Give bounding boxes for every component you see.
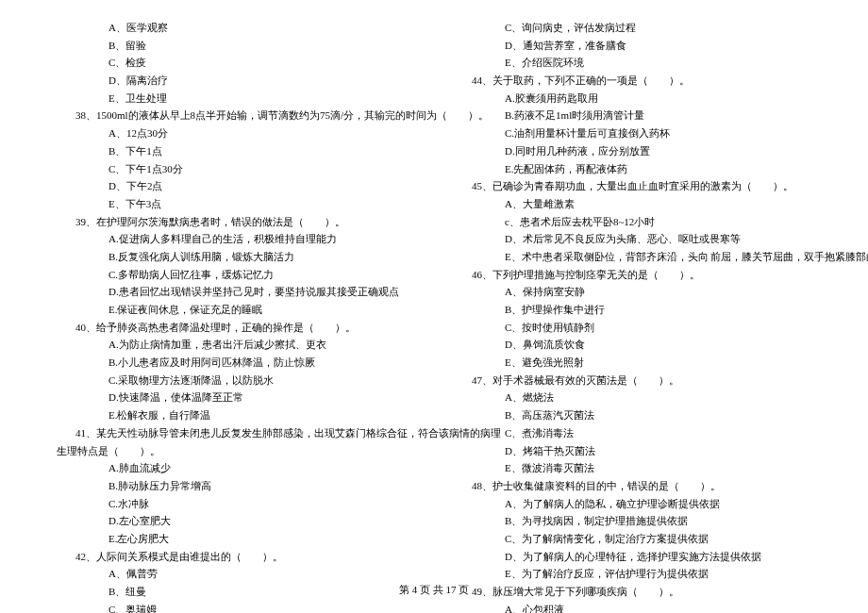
question-text: 39、在护理阿尔茨海默病患者时，错误的做法是（ ）。 [57, 213, 415, 231]
answer-option: D、烤箱干热灭菌法 [453, 442, 811, 460]
answer-option: C、下午1点30分 [57, 160, 415, 178]
right-column: C、询问病史，评估发病过程D、通知营养室，准备膳食E、介绍医院环境44、关于取药… [453, 19, 811, 613]
answer-option: E、介绍医院环境 [453, 54, 811, 72]
answer-option: E.保证夜间休息，保证充足的睡眠 [57, 301, 415, 319]
answer-option: D、术后常见不良反应为头痛、恶心、呕吐或畏寒等 [453, 230, 811, 248]
answer-option: D、隔离治疗 [57, 72, 415, 90]
answer-option: C、为了解病情变化，制定治疗方案提供依据 [453, 530, 811, 548]
answer-option: A.胶囊须用药匙取用 [453, 90, 811, 108]
answer-option: E、避免强光照射 [453, 354, 811, 372]
answer-option: A.肺血流减少 [57, 459, 415, 477]
answer-option: C.多帮助病人回忆往事，缓炼记忆力 [57, 266, 415, 284]
answer-option: A、大量雌激素 [453, 195, 811, 213]
answer-option: E、为了解治疗反应，评估护理行为提供依据 [453, 565, 811, 583]
answer-option: B.药液不足1ml时须用滴管计量 [453, 107, 811, 124]
answer-option: A、佩普劳 [57, 565, 415, 583]
answer-option: D.快速降温，使体温降至正常 [57, 389, 415, 406]
answer-option: A、12点30分 [57, 124, 415, 142]
page-container: A、医学观察B、留验C、检疫D、隔离治疗E、卫生处理38、1500ml的液体从早… [57, 19, 811, 613]
answer-option: C.采取物理方法逐渐降温，以防脱水 [57, 372, 415, 389]
answer-option: A、心包积液 [453, 601, 811, 613]
answer-option: D、通知营养室，准备膳食 [453, 37, 811, 55]
answer-option: E、微波消毒灭菌法 [453, 459, 811, 477]
answer-option: A、医学观察 [57, 19, 415, 37]
answer-option: E.先配固体药，再配液体药 [453, 160, 811, 178]
question-text: 42、人际间关系模式是由谁提出的（ ）。 [57, 548, 415, 566]
answer-option: E、下午3点 [57, 195, 415, 213]
page-footer: 第 4 页 共 17 页 [0, 581, 868, 599]
answer-option: B.反复强化病人训练用脑，锻炼大脑活力 [57, 248, 415, 266]
question-text: 45、已确诊为青春期功血，大量出血止血时宜采用的激素为（ ）。 [453, 177, 811, 195]
answer-option: D.左心室肥大 [57, 512, 415, 530]
answer-option: B、为寻找病因，制定护理措施提供依据 [453, 512, 811, 530]
answer-option: C、奥瑞姆 [57, 601, 415, 613]
left-column: A、医学观察B、留验C、检疫D、隔离治疗E、卫生处理38、1500ml的液体从早… [57, 19, 415, 613]
answer-option: C、询问病史，评估发病过程 [453, 19, 811, 37]
answer-option: D、为了解病人的心理特征，选择护理实施方法提供依据 [453, 548, 811, 566]
answer-option: A、燃烧法 [453, 389, 811, 406]
answer-option: A.促进病人多料理自己的生活，积极维持自理能力 [57, 230, 415, 248]
answer-option: E、术中患者采取侧卧位，背部齐床沿，头向 前屈，膝关节屈曲，双手抱紧膝部的姿势 [453, 248, 811, 266]
answer-option: E.松解衣服，自行降温 [57, 406, 415, 424]
answer-option: C、按时使用镇静剂 [453, 319, 811, 337]
question-text: 38、1500ml的液体从早上8点半开始输，调节滴数约为75滴/分，其输完的时间… [57, 107, 415, 124]
answer-option: C.油剂用量杯计量后可直接倒入药杯 [453, 124, 811, 142]
answer-option: c、患者术后应去枕平卧8~12小时 [453, 213, 811, 231]
answer-option: C、检疫 [57, 54, 415, 72]
answer-option: E、卫生处理 [57, 90, 415, 108]
question-text: 41、某先天性动脉导管未闭患儿反复发生肺部感染，出现艾森门格综合征，符合该病情的… [57, 424, 415, 442]
answer-option: A、为了解病人的隐私，确立护理诊断提供依据 [453, 495, 811, 513]
answer-option: B.小儿患者应及时用阿司匹林降温，防止惊厥 [57, 354, 415, 372]
question-text: 40、给予肺炎高热患者降温处理时，正确的操作是（ ）。 [57, 319, 415, 337]
answer-option: C、煮沸消毒法 [453, 424, 811, 442]
answer-option: D.同时用几种药液，应分别放置 [453, 142, 811, 160]
answer-option: B.肺动脉压力异常增高 [57, 477, 415, 495]
question-text: 47、对手术器械最有效的灭菌法是（ ）。 [453, 372, 811, 389]
answer-option: B、留验 [57, 37, 415, 55]
question-text: 48、护士收集健康资料的目的中，错误的是（ ）。 [453, 477, 811, 495]
answer-option: B、下午1点 [57, 142, 415, 160]
question-text: 生理特点是（ ）。 [57, 442, 415, 460]
answer-option: A.为防止病情加重，患者出汗后减少擦拭、更衣 [57, 336, 415, 354]
answer-option: C.水冲脉 [57, 495, 415, 513]
answer-option: A、保持病室安静 [453, 283, 811, 301]
answer-option: E.左心房肥大 [57, 530, 415, 548]
question-text: 46、下列护理措施与控制痉挛无关的是（ ）。 [453, 266, 811, 284]
question-text: 44、关于取药，下列不正确的一项是（ ）。 [453, 72, 811, 90]
answer-option: D、下午2点 [57, 177, 415, 195]
answer-option: D、鼻饲流质饮食 [453, 336, 811, 354]
answer-option: B、护理操作集中进行 [453, 301, 811, 319]
answer-option: D.患者回忆出现错误并坚持己见时，要坚持说服其接受正确观点 [57, 283, 415, 301]
answer-option: B、高压蒸汽灭菌法 [453, 406, 811, 424]
